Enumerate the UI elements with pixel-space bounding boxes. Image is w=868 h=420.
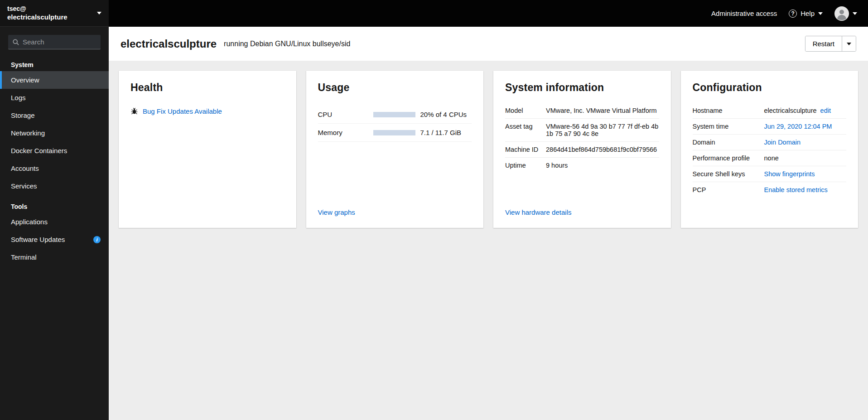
sidebar-item-services[interactable]: Services bbox=[0, 177, 109, 195]
cpu-value: 20% of 4 CPUs bbox=[420, 111, 467, 118]
page-header: electricalsculpture running Debian GNU/L… bbox=[109, 27, 868, 61]
sidebar-item-applications[interactable]: Applications bbox=[0, 213, 109, 231]
sidebar: tsec@ electricalsculpture System Overvie… bbox=[0, 0, 109, 420]
sidebar-item-label: Applications bbox=[11, 218, 48, 226]
sidebar-item-accounts[interactable]: Accounts bbox=[0, 159, 109, 177]
pcp-label: PCP bbox=[693, 186, 764, 193]
host-machine: electricalsculpture bbox=[7, 13, 68, 22]
table-row: Model VMware, Inc. VMware Virtual Platfo… bbox=[505, 103, 659, 119]
chevron-down-icon bbox=[847, 43, 851, 45]
chevron-down-icon bbox=[818, 12, 823, 15]
help-icon: ? bbox=[789, 10, 797, 18]
performance-profile-value: none bbox=[764, 154, 847, 162]
sidebar-item-label: Accounts bbox=[11, 164, 39, 172]
sidebar-item-software-updates[interactable]: Software Updates i bbox=[0, 231, 109, 248]
table-row: Domain Join Domain bbox=[693, 135, 847, 150]
cpu-label: CPU bbox=[318, 111, 373, 118]
host-user: tsec@ bbox=[7, 5, 68, 13]
table-row: Hostname electricalsculptureedit bbox=[693, 103, 847, 119]
bug-fix-updates-link[interactable]: Bug Fix Updates Available bbox=[143, 107, 222, 115]
show-fingerprints-link[interactable]: Show fingerprints bbox=[764, 170, 815, 178]
memory-usage-row: Memory 7.1 / 11.7 GiB bbox=[318, 124, 472, 142]
asset-tag-value: VMware-56 4d 9a 30 b7 77 7f df-eb 4b 1b … bbox=[546, 123, 659, 137]
masthead: Administrative access ? Help bbox=[109, 0, 868, 27]
restart-dropdown-toggle[interactable] bbox=[842, 36, 856, 51]
memory-progress-bar bbox=[373, 130, 415, 135]
session-menu[interactable] bbox=[834, 6, 857, 21]
table-row: System time Jun 29, 2020 12:04 PM bbox=[693, 119, 847, 135]
sidebar-search bbox=[0, 27, 109, 53]
sidebar-item-terminal[interactable]: Terminal bbox=[0, 248, 109, 266]
chevron-down-icon bbox=[97, 12, 101, 14]
host-switcher[interactable]: tsec@ electricalsculpture bbox=[0, 0, 109, 27]
chevron-down-icon bbox=[853, 12, 857, 15]
os-subtitle: running Debian GNU/Linux bullseye/sid bbox=[224, 40, 350, 48]
model-label: Model bbox=[505, 107, 546, 114]
sidebar-section-tools-title: Tools bbox=[0, 195, 109, 213]
help-label: Help bbox=[800, 10, 815, 17]
overview-content: Health Bug Fix Updates Available bbox=[109, 61, 868, 420]
search-input[interactable] bbox=[23, 38, 96, 46]
performance-profile-label: Performance profile bbox=[693, 154, 764, 162]
table-row: Uptime 9 hours bbox=[505, 158, 659, 173]
search-icon bbox=[13, 39, 19, 45]
sidebar-item-networking[interactable]: Networking bbox=[0, 124, 109, 142]
usage-card-title: Usage bbox=[318, 82, 472, 94]
join-domain-link[interactable]: Join Domain bbox=[764, 139, 801, 146]
domain-label: Domain bbox=[693, 139, 764, 146]
usage-table: CPU 20% of 4 CPUs Memory 7.1 / 11.7 GiB bbox=[318, 106, 472, 142]
sidebar-item-label: Docker Containers bbox=[11, 147, 67, 154]
machine-id-value: 2864d41bef864d759b681f9c0bf79566 bbox=[546, 146, 659, 153]
page-title: electricalsculpture bbox=[121, 38, 217, 50]
configuration-table: Hostname electricalsculptureedit System … bbox=[693, 103, 847, 198]
sidebar-item-label: Networking bbox=[11, 129, 45, 137]
sidebar-item-storage[interactable]: Storage bbox=[0, 106, 109, 124]
hostname-label: Hostname bbox=[693, 107, 764, 114]
health-updates-row: Bug Fix Updates Available bbox=[130, 107, 285, 115]
sidebar-nav: System Overview Logs Storage Networking … bbox=[0, 53, 109, 266]
usage-card: Usage CPU 20% of 4 CPUs Memory 7.1 / 11.… bbox=[306, 71, 484, 228]
system-time-link[interactable]: Jun 29, 2020 12:04 PM bbox=[764, 123, 832, 130]
host-name: tsec@ electricalsculpture bbox=[7, 5, 68, 22]
uptime-value: 9 hours bbox=[546, 162, 659, 169]
system-information-card-title: System information bbox=[505, 82, 659, 94]
secure-shell-keys-label: Secure Shell keys bbox=[693, 170, 764, 178]
view-graphs-link[interactable]: View graphs bbox=[318, 202, 472, 216]
memory-value: 7.1 / 11.7 GiB bbox=[420, 129, 462, 136]
sidebar-item-label: Overview bbox=[11, 76, 39, 84]
administrative-access-button[interactable]: Administrative access bbox=[711, 10, 777, 17]
sidebar-item-docker-containers[interactable]: Docker Containers bbox=[0, 142, 109, 159]
cpu-progress-bar bbox=[373, 112, 415, 117]
machine-id-label: Machine ID bbox=[505, 146, 546, 153]
system-information-card: System information Model VMware, Inc. VM… bbox=[493, 71, 671, 228]
table-row: Asset tag VMware-56 4d 9a 30 b7 77 7f df… bbox=[505, 119, 659, 142]
system-time-label: System time bbox=[693, 123, 764, 130]
sidebar-item-label: Terminal bbox=[11, 253, 37, 261]
table-row: Machine ID 2864d41bef864d759b681f9c0bf79… bbox=[505, 142, 659, 158]
sidebar-item-label: Logs bbox=[11, 94, 26, 101]
help-menu[interactable]: ? Help bbox=[789, 10, 823, 18]
enable-stored-metrics-link[interactable]: Enable stored metrics bbox=[764, 186, 828, 193]
info-icon: i bbox=[93, 236, 101, 243]
configuration-card-title: Configuration bbox=[693, 82, 847, 94]
hostname-value-cell: electricalsculptureedit bbox=[764, 107, 847, 114]
memory-label: Memory bbox=[318, 129, 373, 136]
search-box[interactable] bbox=[8, 35, 101, 49]
model-value: VMware, Inc. VMware Virtual Platform bbox=[546, 107, 659, 114]
table-row: Secure Shell keys Show fingerprints bbox=[693, 166, 847, 182]
health-card: Health Bug Fix Updates Available bbox=[119, 71, 296, 228]
table-row: PCP Enable stored metrics bbox=[693, 182, 847, 198]
sidebar-item-label: Storage bbox=[11, 111, 35, 119]
sidebar-item-label: Software Updates bbox=[11, 236, 65, 243]
asset-tag-label: Asset tag bbox=[505, 123, 546, 130]
avatar bbox=[834, 6, 849, 21]
main-column: Administrative access ? Help electricals… bbox=[109, 0, 868, 420]
table-row: Performance profile none bbox=[693, 150, 847, 166]
sidebar-item-overview[interactable]: Overview bbox=[0, 71, 109, 89]
restart-button[interactable]: Restart bbox=[805, 36, 842, 51]
hostname-edit-link[interactable]: edit bbox=[820, 107, 831, 114]
system-information-table: Model VMware, Inc. VMware Virtual Platfo… bbox=[505, 103, 659, 173]
hostname-value: electricalsculpture bbox=[764, 107, 817, 114]
sidebar-item-logs[interactable]: Logs bbox=[0, 89, 109, 106]
view-hardware-details-link[interactable]: View hardware details bbox=[505, 202, 659, 216]
